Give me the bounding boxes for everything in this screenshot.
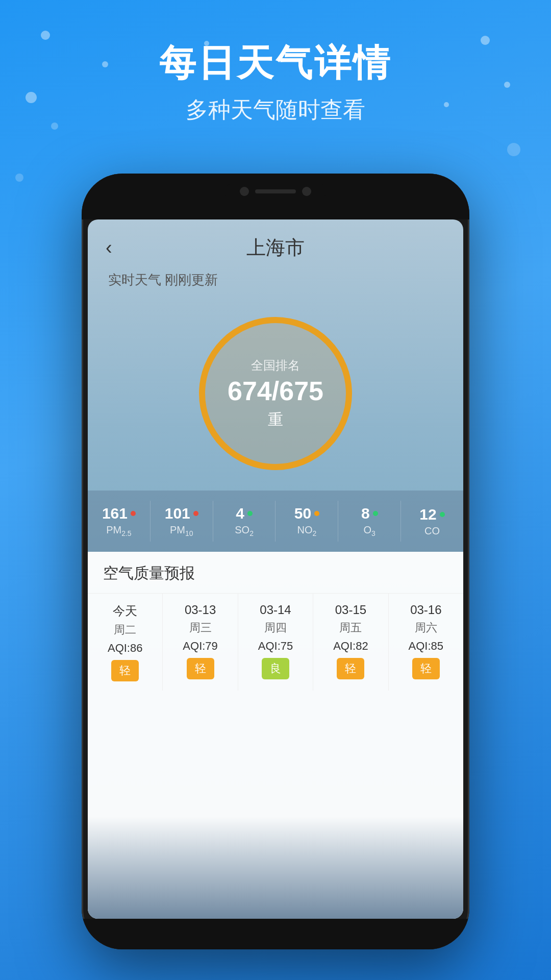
- app-content: ‹ 上海市 实时天气 刚刚更新 全国排名 674/675 重: [88, 219, 463, 919]
- back-button[interactable]: ‹: [106, 237, 112, 259]
- forecast-day-2: 周四: [264, 620, 287, 635]
- forecast-badge-2: 良: [262, 658, 289, 679]
- forecast-date-4: 03-16: [410, 603, 441, 617]
- forecast-aqi-2: AQI:75: [258, 640, 293, 653]
- co-label: CO: [424, 525, 440, 537]
- forecast-date-2: 03-14: [260, 603, 291, 617]
- forecast-col-today: 今天 周二 AQI:86 轻: [88, 594, 163, 691]
- phone-notch: [224, 184, 327, 199]
- aqi-circle: 全国排名 674/675 重: [199, 317, 352, 470]
- forecast-day-3: 周五: [339, 620, 362, 635]
- rank-value: 674/675: [228, 378, 323, 404]
- metrics-row: 161 PM2.5 101 PM10: [88, 491, 463, 552]
- so2-dot: [247, 511, 253, 516]
- metric-so2: 4 SO2: [213, 501, 276, 542]
- forecast-table: 今天 周二 AQI:86 轻 03-13 周三 AQI:79 轻 0: [88, 594, 463, 691]
- header-area: 每日天气详情 多种天气随时查看: [0, 0, 551, 125]
- forecast-aqi-4: AQI:85: [409, 640, 443, 653]
- pm25-dot: [131, 511, 136, 516]
- page-title: 每日天气详情: [0, 41, 551, 85]
- forecast-badge-4: 轻: [412, 658, 440, 679]
- forecast-badge-1: 轻: [187, 658, 214, 679]
- co-dot: [440, 512, 445, 517]
- so2-value: 4: [236, 505, 244, 522]
- no2-dot: [314, 511, 319, 516]
- pm25-label: PM2.5: [106, 524, 131, 537]
- update-info: 实时天气 刚刚更新: [88, 268, 463, 297]
- speaker-grille: [255, 189, 296, 193]
- front-camera: [302, 187, 311, 196]
- phone-screen: ‹ 上海市 实时天气 刚刚更新 全国排名 674/675 重: [88, 219, 463, 919]
- city-title: 上海市: [246, 235, 305, 261]
- o3-value: 8: [361, 505, 370, 522]
- forecast-date-1: 03-13: [185, 603, 216, 617]
- phone-frame: ‹ 上海市 实时天气 刚刚更新 全国排名 674/675 重: [82, 174, 469, 949]
- aqi-level: 重: [268, 409, 283, 430]
- o3-dot: [373, 511, 378, 516]
- pm10-dot: [193, 511, 198, 516]
- so2-label: SO2: [235, 524, 254, 537]
- forecast-section: 空气质量预报 今天 周二 AQI:86 轻 03-13 周三 AQI:79: [88, 552, 463, 919]
- forecast-day-4: 周六: [415, 620, 437, 635]
- forecast-date-0: 今天: [113, 603, 137, 619]
- top-bar: ‹ 上海市: [88, 219, 463, 268]
- phone-mockup: ‹ 上海市 实时天气 刚刚更新 全国排名 674/675 重: [82, 174, 469, 949]
- metric-pm10: 101 PM10: [151, 501, 213, 542]
- forecast-date-3: 03-15: [335, 603, 366, 617]
- pm25-value: 161: [102, 505, 128, 522]
- forecast-day-0: 周二: [114, 622, 136, 638]
- forecast-header: 空气质量预报: [88, 552, 463, 594]
- forecast-aqi-0: AQI:86: [108, 642, 142, 655]
- o3-label: O3: [364, 524, 375, 537]
- forecast-col-2: 03-14 周四 AQI:75 良: [238, 594, 313, 691]
- forecast-badge-3: 轻: [337, 658, 364, 679]
- camera-dot: [240, 187, 249, 196]
- rank-label: 全国排名: [251, 357, 300, 374]
- forecast-aqi-1: AQI:79: [183, 640, 217, 653]
- pm10-value: 101: [165, 505, 190, 522]
- metric-co: 12 CO: [401, 501, 463, 542]
- no2-value: 50: [294, 505, 311, 522]
- forecast-col-1: 03-13 周三 AQI:79 轻: [163, 594, 238, 691]
- metric-o3: 8 O3: [338, 501, 401, 542]
- forecast-day-1: 周三: [189, 620, 212, 635]
- forecast-col-3: 03-15 周五 AQI:82 轻: [313, 594, 388, 691]
- forecast-title: 空气质量预报: [103, 563, 448, 584]
- metric-pm25: 161 PM2.5: [88, 501, 151, 542]
- forecast-aqi-3: AQI:82: [333, 640, 368, 653]
- forecast-badge-0: 轻: [111, 660, 139, 681]
- forecast-col-4: 03-16 周六 AQI:85 轻: [389, 594, 463, 691]
- metric-no2: 50 NO2: [276, 501, 338, 542]
- co-value: 12: [419, 506, 436, 523]
- no2-label: NO2: [297, 524, 317, 537]
- page-subtitle: 多种天气随时查看: [0, 95, 551, 125]
- pm10-label: PM10: [170, 524, 193, 537]
- aqi-section: 全国排名 674/675 重: [88, 297, 463, 491]
